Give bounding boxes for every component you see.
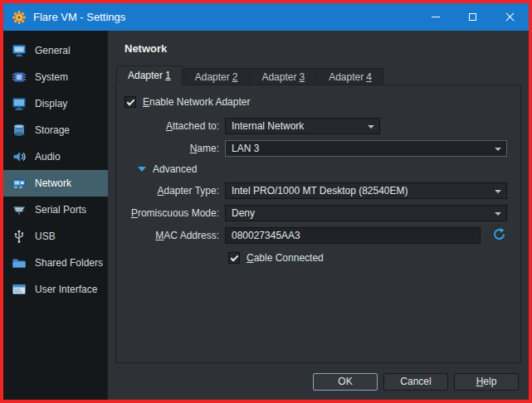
adapter-tab-content: Enable Network Adapter Attached to: Inte… (115, 85, 521, 363)
chevron-down-icon (495, 212, 501, 216)
sidebar-item-user-interface[interactable]: User Interface (3, 276, 108, 303)
network-name-value: LAN 3 (232, 143, 259, 154)
attached-to-value: Internal Network (232, 120, 304, 132)
chevron-down-icon (495, 148, 501, 151)
sidebar-item-label: USB (35, 231, 56, 242)
sidebar-item-system[interactable]: System (3, 64, 108, 90)
ok-button[interactable]: OK (313, 373, 378, 391)
cable-connected-checkbox[interactable] (228, 252, 240, 264)
sidebar-item-label: Shared Folders (35, 257, 103, 269)
sidebar-item-network[interactable]: Network (3, 170, 108, 197)
minimize-button[interactable] (417, 3, 454, 31)
promiscuous-mode-label: Promiscuous Mode: (120, 207, 219, 219)
usb-icon (11, 228, 27, 245)
sidebar-item-label: Storage (35, 124, 70, 136)
window-controls (417, 3, 529, 31)
window-ui-icon (11, 281, 27, 298)
dialog-buttons: OK Cancel Help (108, 363, 529, 400)
advanced-label: Advanced (153, 163, 197, 175)
titlebar: Flare VM - Settings (3, 3, 529, 31)
tab-adapter-2[interactable]: Adapter2 (183, 68, 250, 85)
adapter-type-label: Adapter Type: (120, 185, 219, 197)
mac-address-label: MAC Address: (120, 230, 219, 241)
sidebar-item-audio[interactable]: Audio (3, 143, 108, 170)
advanced-toggle[interactable]: Advanced (138, 163, 514, 176)
close-button[interactable] (491, 3, 529, 31)
sidebar-item-serial-ports[interactable]: Serial Ports (3, 197, 108, 223)
sidebar-item-label: User Interface (35, 284, 97, 295)
chevron-down-icon (368, 125, 374, 129)
settings-window: Flare VM - Settings General System (0, 0, 532, 403)
adapter-type-value: Intel PRO/1000 MT Desktop (82540EM) (232, 185, 408, 197)
sidebar-item-storage[interactable]: Storage (3, 117, 108, 143)
sidebar-item-label: Audio (35, 151, 61, 163)
sidebar-item-label: General (35, 45, 71, 56)
sidebar-item-label: System (35, 71, 68, 83)
general-icon (11, 42, 27, 59)
refresh-icon (492, 227, 506, 244)
tab-adapter-4[interactable]: Adapter4 (317, 68, 383, 85)
promiscuous-mode-select[interactable]: Deny (225, 205, 507, 221)
attached-to-select[interactable]: Internal Network (225, 118, 380, 134)
settings-gear-icon (12, 10, 27, 25)
enable-network-adapter-checkbox[interactable] (124, 96, 136, 108)
settings-sidebar: General System Display Storage (3, 31, 108, 400)
sidebar-item-general[interactable]: General (3, 37, 108, 64)
mac-address-input[interactable] (225, 227, 481, 244)
maximize-button[interactable] (454, 3, 491, 31)
sidebar-item-label: Serial Ports (35, 204, 86, 216)
sidebar-item-shared-folders[interactable]: Shared Folders (3, 250, 108, 276)
adapter-tabs: Adapter1 Adapter2 Adapter3 Adapter4 (116, 66, 529, 85)
maximize-icon (469, 13, 476, 21)
sidebar-item-display[interactable]: Display (3, 90, 108, 117)
sidebar-item-usb[interactable]: USB (3, 223, 108, 250)
attached-to-label: Attached to: (120, 120, 219, 132)
display-monitor-icon (11, 95, 27, 112)
tab-adapter-1[interactable]: Adapter1 (116, 66, 183, 85)
storage-disk-icon (11, 122, 27, 138)
help-button[interactable]: Help (454, 373, 519, 391)
triangle-down-icon (138, 167, 146, 172)
sidebar-item-label: Network (35, 177, 71, 189)
close-icon (505, 12, 515, 22)
tab-adapter-3[interactable]: Adapter3 (250, 68, 316, 85)
audio-speaker-icon (11, 148, 27, 165)
cable-connected-label: Cable Connected (246, 252, 324, 264)
promiscuous-mode-value: Deny (232, 207, 255, 219)
window-title: Flare VM - Settings (33, 11, 125, 23)
adapter-type-select[interactable]: Intel PRO/1000 MT Desktop (82540EM) (225, 182, 507, 199)
network-settings-pane: Network Adapter1 Adapter2 Adapter3 Adapt… (108, 31, 529, 400)
cancel-button[interactable]: Cancel (383, 373, 448, 391)
page-title: Network (124, 42, 529, 55)
folder-icon (11, 255, 27, 271)
network-card-icon (11, 175, 27, 192)
system-chip-icon (11, 69, 27, 85)
chevron-down-icon (495, 190, 501, 193)
generate-mac-button[interactable] (491, 228, 506, 243)
serial-plug-icon (11, 202, 27, 218)
sidebar-item-label: Display (35, 98, 67, 109)
name-label: Name: (120, 143, 219, 154)
minimize-icon (432, 17, 440, 17)
enable-network-adapter-label: Enable Network Adapter (143, 96, 250, 108)
network-name-combo[interactable]: LAN 3 (225, 140, 507, 157)
